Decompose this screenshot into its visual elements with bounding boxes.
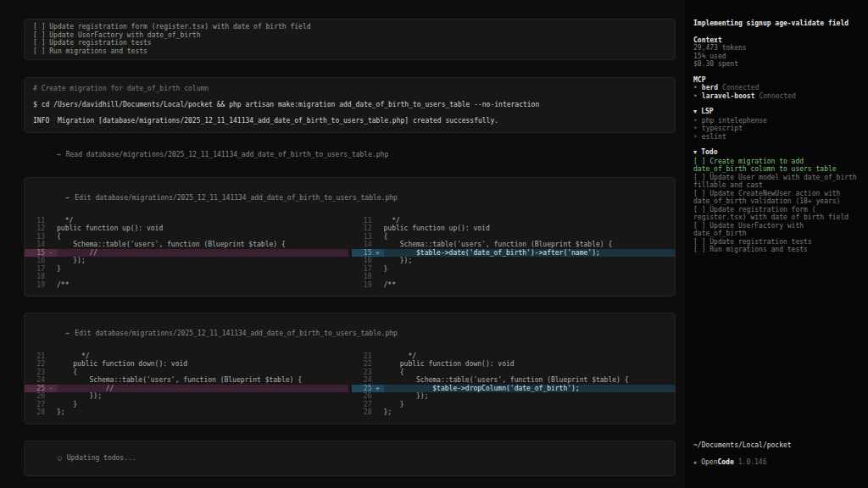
diff-line: 21 */ bbox=[352, 352, 676, 361]
change-marker bbox=[45, 257, 57, 265]
diff-line: 21 */ bbox=[25, 352, 348, 361]
diff-pane-after: 21 */22 public function down(): void23 {… bbox=[352, 352, 676, 417]
todo-heading: ▼Todo bbox=[693, 148, 860, 158]
change-marker bbox=[45, 369, 57, 377]
diff-line: 19/** bbox=[25, 281, 348, 290]
diff-line: 26 }); bbox=[352, 392, 676, 401]
bullet-icon: • bbox=[693, 133, 698, 141]
context-stat: 15% used bbox=[693, 53, 860, 61]
bullet-icon: • bbox=[693, 84, 698, 92]
mcp-heading: MCP bbox=[693, 76, 860, 85]
code-text: public function up(): void bbox=[384, 225, 676, 233]
chevron-down-icon: ▼ bbox=[693, 108, 697, 115]
change-marker bbox=[45, 392, 57, 401]
sidebar-todo-item: [ ] Update registration form ( register.… bbox=[693, 206, 860, 222]
change-marker bbox=[372, 257, 384, 265]
brand-line: ▪OpenCode1.0.146 bbox=[693, 458, 792, 468]
diff-split-view: 11 */12public function up(): void13{14 S… bbox=[25, 217, 675, 290]
line-number: 19 bbox=[352, 281, 372, 290]
code-text: // bbox=[57, 249, 348, 258]
sidebar-todo-item: [ ] Update UserFactory with date_of_birt… bbox=[693, 222, 860, 238]
line-number: 17 bbox=[25, 265, 45, 274]
edit-diff-box-down: ←Edit database/migrations/2025_12_11_141… bbox=[24, 313, 676, 424]
line-number: 23 bbox=[25, 369, 45, 377]
code-text: } bbox=[384, 401, 676, 409]
diff-line: 19/** bbox=[352, 281, 676, 290]
change-marker bbox=[45, 281, 57, 290]
sidebar-todo-item: [ ] Update CreateNewUser action with dat… bbox=[693, 190, 860, 206]
change-marker bbox=[45, 265, 57, 274]
change-marker bbox=[372, 281, 384, 290]
diff-line: 11 */ bbox=[25, 217, 348, 225]
code-text: }; bbox=[384, 408, 676, 417]
diff-line: 28}; bbox=[25, 408, 348, 417]
lsp-server-row: •typescript bbox=[693, 125, 860, 133]
code-text: public function up(): void bbox=[57, 225, 348, 233]
terminal-line: # Create migration for date_of_birth col… bbox=[33, 85, 666, 93]
diff-header: ←Edit database/migrations/2025_12_11_141… bbox=[25, 319, 675, 352]
code-text: } bbox=[57, 401, 348, 409]
todo-snapshot-box: [ ] Update registration form (register.t… bbox=[24, 19, 676, 60]
change-marker bbox=[372, 401, 384, 409]
working-directory: ~/Documents/Local/pocket bbox=[693, 441, 792, 450]
diff-line: 17} bbox=[352, 265, 676, 274]
change-marker bbox=[45, 401, 57, 409]
diff-line: 27 } bbox=[25, 401, 348, 409]
context-section: Context 29,473 tokens15% used$0.30 spent bbox=[693, 36, 860, 69]
change-marker bbox=[372, 392, 384, 401]
diff-line: 16 }); bbox=[352, 257, 676, 265]
code-text: }); bbox=[384, 257, 676, 265]
code-text: }); bbox=[57, 257, 348, 265]
sidebar-todo-item: [ ] Run migrations and tests bbox=[693, 246, 860, 254]
change-marker bbox=[372, 376, 384, 385]
arrow-right-icon: → bbox=[57, 151, 61, 158]
bash-output-box: # Create migration for date_of_birth col… bbox=[24, 77, 676, 133]
line-number: 18 bbox=[25, 273, 45, 281]
line-number: 25 bbox=[352, 385, 372, 393]
diff-line: 13{ bbox=[352, 233, 676, 241]
read-action-text: Read database/migrations/2025_12_11_1411… bbox=[66, 151, 389, 158]
code-text: Schema::table('users', function (Bluepri… bbox=[384, 241, 676, 249]
context-heading: Context bbox=[693, 36, 860, 45]
code-text: $table->dropColumn('date_of_birth'); bbox=[384, 385, 676, 393]
change-marker bbox=[45, 233, 57, 241]
terminal-line: $ cd /Users/davidhill/Documents/Local/po… bbox=[33, 101, 666, 109]
session-sidebar: Implementing signup age-validate field C… bbox=[685, 0, 868, 488]
line-number: 27 bbox=[25, 401, 45, 409]
tool-status-box: ○Updating todos... bbox=[24, 441, 676, 477]
line-number: 11 bbox=[352, 217, 372, 225]
diff-line: 22 public function down(): void bbox=[352, 360, 676, 369]
code-text: { bbox=[57, 233, 348, 241]
line-number: 23 bbox=[352, 369, 372, 377]
diff-line: 16 }); bbox=[25, 257, 348, 265]
code-text: Schema::table('users', function (Bluepri… bbox=[57, 376, 348, 385]
code-text bbox=[384, 273, 676, 281]
bullet-icon: • bbox=[693, 92, 698, 100]
diff-file-path: Edit database/migrations/2025_12_11_1411… bbox=[75, 194, 398, 202]
todo-heading-label: Todo bbox=[701, 148, 717, 156]
diff-split-view: 21 */22 public function down(): void23 {… bbox=[25, 352, 675, 417]
change-marker bbox=[45, 217, 57, 225]
line-number: 28 bbox=[25, 408, 45, 417]
code-text: $table->date('date_of_birth')->after('na… bbox=[384, 249, 676, 258]
lsp-server-row: •eslint bbox=[693, 133, 860, 141]
bullet-icon: • bbox=[693, 125, 698, 132]
terminal-line: INFO Migration [database/migrations/2025… bbox=[33, 117, 666, 125]
brand-name-code: Code bbox=[717, 458, 733, 466]
todo-snapshot-item: [ ] Update UserFactory with date_of_birt… bbox=[33, 31, 666, 40]
change-marker bbox=[372, 265, 384, 274]
diff-line: 27 } bbox=[352, 401, 676, 409]
line-number: 13 bbox=[352, 233, 372, 241]
diff-line: 23 { bbox=[25, 369, 348, 377]
spinner-icon: ○ bbox=[58, 454, 62, 462]
change-marker bbox=[45, 408, 57, 417]
sidebar-todo-item: [ ] Update registration tests bbox=[693, 238, 860, 247]
line-number: 16 bbox=[25, 257, 45, 265]
line-number: 22 bbox=[25, 360, 45, 369]
sidebar-todo-item: [ ] Create migration to add date_of_birt… bbox=[693, 158, 860, 174]
diff-line: 25+ $table->dropColumn('date_of_birth'); bbox=[352, 385, 676, 393]
code-text: }; bbox=[57, 408, 348, 417]
line-number: 12 bbox=[352, 225, 372, 233]
diff-line: 18 bbox=[25, 273, 348, 281]
diff-line: 13{ bbox=[25, 233, 348, 241]
